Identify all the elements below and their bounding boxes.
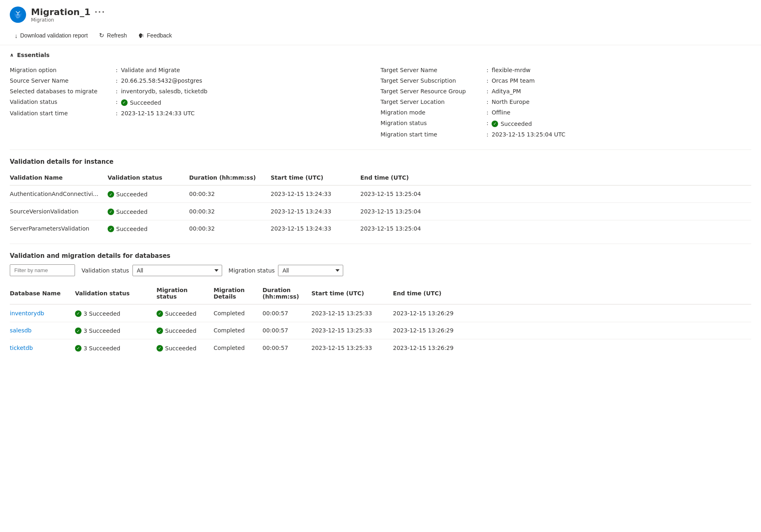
title-text: Migration_1 — [31, 7, 90, 17]
filter-by-name-input[interactable] — [10, 264, 75, 276]
more-options-icon[interactable]: ··· — [95, 8, 106, 16]
col-db-migration-status: Migrationstatus — [157, 283, 214, 304]
refresh-label: Refresh — [107, 32, 127, 39]
duration-cell: 00:00:32 — [189, 203, 271, 220]
db-migration-details-cell: Completed — [214, 322, 262, 339]
db-migration-check-icon: ✓ — [157, 345, 163, 352]
db-migration-details-cell: Completed — [214, 304, 262, 322]
essentials-row-migration-status: Migration status : ✓ Succeeded — [381, 118, 752, 129]
db-validation-status-cell: ✓ 3 Succeeded — [75, 304, 157, 322]
section-divider-1 — [10, 149, 751, 150]
db-migration-status-cell: ✓ Succeeded — [157, 322, 214, 339]
db-name-link[interactable]: ticketdb — [10, 345, 33, 351]
table-row: AuthenticationAndConnectivi... ✓ Succeed… — [10, 185, 751, 203]
essentials-row-target-name: Target Server Name : flexible-mrdw — [381, 65, 752, 75]
migration-db-table-body: inventorydb ✓ 3 Succeeded ✓ Succeeded Co… — [10, 304, 751, 356]
validation-status-check-icon: ✓ — [121, 99, 128, 106]
db-duration-cell: 00:00:57 — [262, 322, 311, 339]
essentials-row-migration-option: Migration option : Validate and Migrate — [10, 65, 381, 75]
validation-status-filter-select[interactable]: All Succeeded Failed — [132, 265, 222, 276]
start-time-cell: 2023-12-15 13:24:33 — [271, 220, 360, 237]
col-db-name: Database Name — [10, 283, 75, 304]
col-end-time: End time (UTC) — [360, 170, 751, 185]
migration-status-filter-group: Migration status All Succeeded Failed — [229, 265, 343, 276]
essentials-title: Essentials — [17, 52, 50, 58]
start-time-cell: 2023-12-15 13:24:33 — [271, 203, 360, 220]
essentials-toggle-icon[interactable]: ∧ — [10, 52, 14, 58]
db-validation-check-icon: ✓ — [75, 310, 82, 317]
table-row: inventorydb ✓ 3 Succeeded ✓ Succeeded Co… — [10, 304, 751, 322]
essentials-grid: Migration option : Validate and Migrate … — [10, 65, 751, 140]
validation-status-filter-group: Validation status All Succeeded Failed — [82, 265, 222, 276]
end-time-cell: 2023-12-15 13:25:04 — [360, 185, 751, 203]
download-label: Download validation report — [20, 32, 88, 39]
db-duration-cell: 00:00:57 — [262, 339, 311, 356]
validation-name-cell: ServerParametersValidation — [10, 220, 108, 237]
validation-instance-table-body: AuthenticationAndConnectivi... ✓ Succeed… — [10, 185, 751, 237]
table-row: SourceVersionValidation ✓ Succeeded 00:0… — [10, 203, 751, 220]
db-name-cell[interactable]: salesdb — [10, 322, 75, 339]
col-start-time: Start time (UTC) — [271, 170, 360, 185]
col-db-start-time: Start time (UTC) — [311, 283, 393, 304]
db-end-time-cell: 2023-12-15 13:26:29 — [393, 304, 751, 322]
essentials-row-target-location: Target Server Location : North Europe — [381, 97, 752, 107]
db-migration-status-cell: ✓ Succeeded — [157, 339, 214, 356]
db-validation-status-cell: ✓ 3 Succeeded — [75, 322, 157, 339]
essentials-row-migration-start: Migration start time : 2023-12-15 13:25:… — [381, 129, 752, 140]
status-check-icon: ✓ — [108, 191, 114, 198]
migration-status-filter-select[interactable]: All Succeeded Failed — [278, 265, 343, 276]
db-start-time-cell: 2023-12-15 13:25:33 — [311, 339, 393, 356]
essentials-row-target-subscription: Target Server Subscription : Orcas PM te… — [381, 75, 752, 86]
db-start-time-cell: 2023-12-15 13:25:33 — [311, 322, 393, 339]
page-header: 🛢 Migration_1 ··· Migration — [0, 0, 761, 26]
essentials-left-col: Migration option : Validate and Migrate … — [10, 65, 381, 140]
db-end-time-cell: 2023-12-15 13:26:29 — [393, 339, 751, 356]
validation-name-cell: AuthenticationAndConnectivi... — [10, 185, 108, 203]
migration-db-section-title: Validation and migration details for dat… — [10, 252, 751, 259]
essentials-right-col: Target Server Name : flexible-mrdw Targe… — [381, 65, 752, 140]
db-end-time-cell: 2023-12-15 13:26:29 — [393, 322, 751, 339]
validation-name-cell: SourceVersionValidation — [10, 203, 108, 220]
refresh-icon: ↻ — [99, 32, 104, 39]
essentials-section-header: ∧ Essentials — [10, 52, 751, 58]
feedback-button[interactable]: 🗣 Feedback — [133, 30, 176, 42]
section-divider-2 — [10, 244, 751, 244]
toolbar: ↓ Download validation report ↻ Refresh 🗣… — [0, 26, 761, 45]
refresh-button[interactable]: ↻ Refresh — [94, 29, 132, 42]
essentials-row-selected-dbs: Selected databases to migrate : inventor… — [10, 86, 381, 97]
duration-cell: 00:00:32 — [189, 185, 271, 203]
main-content: ∧ Essentials Migration option : Validate… — [0, 45, 761, 363]
validation-status-cell: ✓ Succeeded — [108, 220, 189, 237]
migration-status-filter-label: Migration status — [229, 267, 275, 274]
col-db-migration-details: MigrationDetails — [214, 283, 262, 304]
migration-status-check-icon: ✓ — [492, 121, 498, 127]
db-start-time-cell: 2023-12-15 13:25:33 — [311, 304, 393, 322]
db-name-link[interactable]: inventorydb — [10, 310, 44, 317]
table-row: ticketdb ✓ 3 Succeeded ✓ Succeeded Compl… — [10, 339, 751, 356]
feedback-icon: 🗣 — [138, 32, 144, 39]
col-db-validation-status: Validation status — [75, 283, 157, 304]
essentials-row-validation-status: Validation status : ✓ Succeeded — [10, 97, 381, 108]
essentials-row-migration-mode: Migration mode : Offline — [381, 107, 752, 118]
table-row: salesdb ✓ 3 Succeeded ✓ Succeeded Comple… — [10, 322, 751, 339]
validation-status-cell: ✓ Succeeded — [108, 203, 189, 220]
db-migration-details-cell: Completed — [214, 339, 262, 356]
essentials-row-target-resource-group: Target Server Resource Group : Aditya_PM — [381, 86, 752, 97]
db-name-cell[interactable]: ticketdb — [10, 339, 75, 356]
status-check-icon: ✓ — [108, 209, 114, 215]
db-validation-check-icon: ✓ — [75, 345, 82, 352]
start-time-cell: 2023-12-15 13:24:33 — [271, 185, 360, 203]
migration-db-table: Database Name Validation status Migratio… — [10, 283, 751, 356]
col-validation-name: Validation Name — [10, 170, 108, 185]
header-title-block: Migration_1 ··· Migration — [31, 7, 106, 23]
essentials-row-validation-start: Validation start time : 2023-12-15 13:24… — [10, 108, 381, 119]
db-name-link[interactable]: salesdb — [10, 327, 31, 334]
page-subtitle: Migration — [31, 17, 106, 23]
validation-status-filter-label: Validation status — [82, 267, 129, 274]
validation-status-cell: ✓ Succeeded — [108, 185, 189, 203]
db-name-cell[interactable]: inventorydb — [10, 304, 75, 322]
duration-cell: 00:00:32 — [189, 220, 271, 237]
essentials-row-source-server: Source Server Name : 20.66.25.58:5432@po… — [10, 75, 381, 86]
download-validation-report-button[interactable]: ↓ Download validation report — [10, 30, 93, 42]
db-migration-check-icon: ✓ — [157, 328, 163, 334]
